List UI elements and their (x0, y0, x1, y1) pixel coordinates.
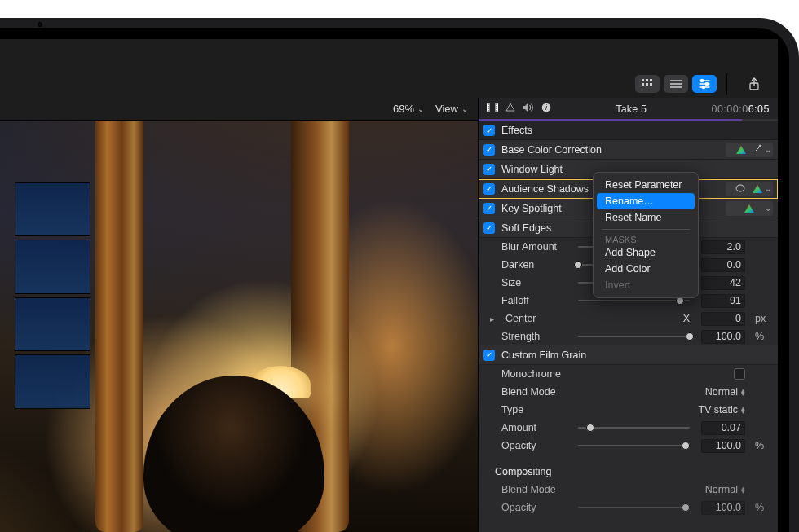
comp-blend-popup[interactable]: Normal ▴▾ (705, 484, 745, 495)
viewer-toolbar: 69% ⌄ View ⌄ (0, 98, 478, 121)
scene-curtain (95, 121, 143, 532)
camera-dot (38, 22, 42, 27)
inspector-scroll[interactable]: ✓ Effects ✓Base Color Correction⌄✓Window… (479, 121, 778, 532)
tab-audio[interactable] (523, 103, 534, 115)
param-row-blend-mode: Blend Mode Normal ▴▾ (479, 383, 778, 401)
param-row-amount: Amount 0.07 (479, 419, 778, 437)
param-label: Center (505, 313, 576, 324)
comp-opacity-value[interactable]: 100.0 (701, 501, 745, 515)
menu-item[interactable]: Rename… (597, 193, 695, 209)
zoom-value: 69% (393, 103, 414, 115)
param-label: Blur Amount (501, 241, 572, 253)
effect-checkbox[interactable]: ✓ (483, 350, 495, 361)
effect-row-custom-film-grain[interactable]: ✓ Custom Film Grain (479, 345, 778, 365)
param-label: Falloff (501, 295, 572, 306)
effect-checkbox[interactable]: ✓ (483, 183, 495, 195)
layout-segmented-control (635, 75, 717, 93)
content-split: 69% ⌄ View ⌄ (0, 98, 778, 532)
tab-info[interactable]: i (541, 103, 551, 115)
svg-point-12 (705, 82, 708, 85)
share-button[interactable] (742, 75, 766, 93)
param-row-monochrome: Monochrome (479, 365, 778, 383)
axis-label: X (582, 313, 695, 324)
svg-rect-4 (646, 83, 648, 86)
param-row-comp-blend: Blend Mode Normal ▴▾ (479, 481, 778, 499)
amount-slider[interactable] (578, 422, 690, 433)
unit: % (752, 331, 771, 342)
effects-checkbox[interactable]: ✓ (483, 125, 495, 136)
param-value[interactable]: 91 (701, 294, 745, 308)
opacity-value[interactable]: 100.0 (701, 439, 745, 453)
param-slider[interactable] (578, 331, 690, 342)
magic-wand-icon[interactable] (753, 143, 763, 156)
timecode-gray: 00:00:0 (711, 103, 748, 115)
amount-value[interactable]: 0.07 (701, 421, 745, 435)
bezel: 69% ⌄ View ⌄ (0, 28, 789, 532)
context-menu[interactable]: Reset ParameterRename…Reset NameMASKSAdd… (593, 172, 699, 298)
effect-row[interactable]: ✓Base Color Correction⌄ (479, 140, 778, 160)
param-label: Blend Mode (501, 386, 572, 398)
view-menu[interactable]: View ⌄ (435, 103, 468, 115)
param-value[interactable]: 42 (701, 276, 745, 290)
popup-value: Normal (705, 484, 738, 495)
popup-value: TV static (698, 404, 738, 415)
effect-checkbox[interactable]: ✓ (483, 144, 495, 156)
chevron-down-icon[interactable]: ⌄ (765, 145, 771, 154)
menu-item[interactable]: Reset Name (597, 209, 695, 226)
stepper-icon: ▴▾ (741, 486, 745, 493)
layout-inspector-button[interactable] (692, 75, 717, 93)
blend-mode-popup[interactable]: Normal ▴▾ (705, 386, 745, 398)
effect-checkbox[interactable]: ✓ (483, 222, 495, 234)
preview-image (0, 121, 478, 532)
mask-icon (735, 183, 745, 195)
viewer-canvas[interactable] (0, 121, 478, 532)
param-label: Blend Mode (501, 484, 572, 495)
layout-list-button[interactable] (664, 75, 688, 93)
param-value[interactable]: 0 (701, 312, 745, 326)
laptop-frame: 69% ⌄ View ⌄ (0, 18, 799, 532)
menu-item[interactable]: Add Shape (597, 244, 695, 261)
comp-opacity-slider[interactable] (578, 502, 690, 513)
svg-rect-2 (650, 79, 652, 81)
svg-marker-30 (753, 185, 762, 193)
menu-item[interactable]: Reset Parameter (597, 177, 695, 193)
param-value[interactable]: 0.0 (701, 258, 745, 272)
color-wheel-icon (752, 184, 763, 194)
menu-item: Invert (597, 277, 695, 293)
param-value[interactable]: 100.0 (701, 330, 745, 344)
effect-checkbox[interactable]: ✓ (483, 203, 495, 214)
param-row-type: Type TV static ▴▾ (479, 401, 778, 419)
compositing-header[interactable]: Compositing (479, 463, 778, 481)
timecode-end: 6:05 (748, 103, 770, 115)
svg-rect-1 (646, 79, 648, 81)
param-label: Size (501, 277, 572, 288)
tab-video[interactable] (487, 103, 498, 115)
type-popup[interactable]: TV static ▴▾ (698, 404, 745, 415)
svg-marker-31 (744, 204, 754, 213)
chevron-down-icon: ⌄ (417, 104, 424, 113)
param-row: Strength100.0% (479, 328, 778, 345)
effect-name: Custom Film Grain (501, 350, 624, 361)
effects-section-header[interactable]: ✓ Effects (479, 121, 778, 140)
disclosure-triangle-icon[interactable]: ▸ (490, 314, 494, 323)
opacity-slider[interactable] (578, 440, 690, 451)
menu-item[interactable]: Add Color (597, 261, 695, 277)
param-label: Amount (501, 422, 572, 433)
param-row-comp-opacity: Opacity 100.0 % (479, 499, 778, 517)
chevron-down-icon[interactable]: ⌄ (765, 184, 771, 193)
layout-grid-button[interactable] (635, 75, 660, 93)
app-topbar (0, 70, 778, 98)
chevron-down-icon[interactable]: ⌄ (765, 204, 771, 213)
svg-rect-5 (650, 83, 652, 86)
param-value[interactable]: 2.0 (701, 240, 745, 254)
monochrome-checkbox[interactable] (734, 368, 745, 380)
toolbar-divider (726, 73, 727, 95)
clip-timecode: 00:00:06:05 (711, 103, 770, 115)
zoom-menu[interactable]: 69% ⌄ (393, 103, 424, 115)
param-label: Type (501, 404, 572, 415)
tab-color[interactable] (505, 103, 515, 115)
param-label: Darken (501, 259, 572, 270)
svg-rect-3 (642, 83, 644, 86)
unit: % (752, 502, 771, 513)
effect-checkbox[interactable]: ✓ (483, 164, 495, 175)
